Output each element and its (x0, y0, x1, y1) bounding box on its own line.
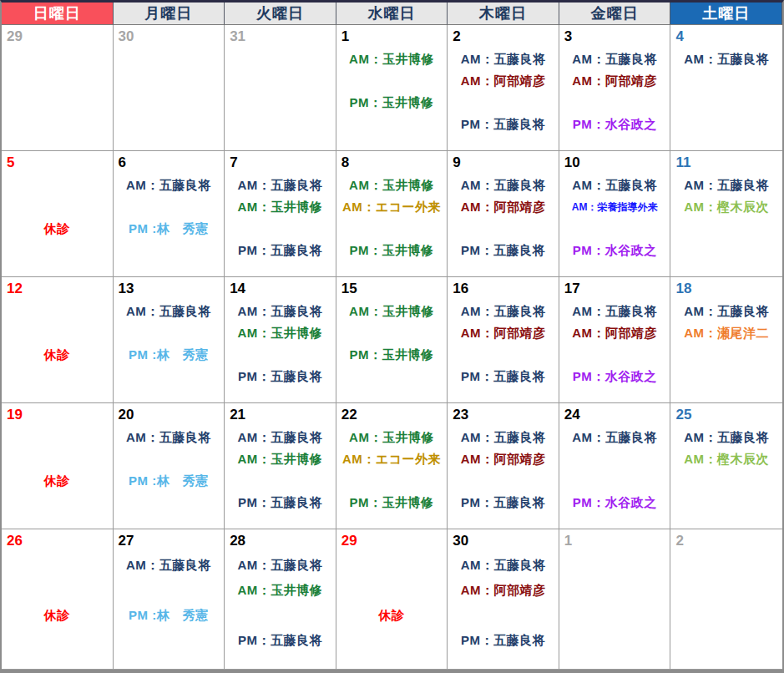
schedule-entry: AM：阿部靖彦 (448, 70, 559, 92)
weekday-header-tuesday: 火曜日 (225, 3, 336, 25)
closed-label: 休診 (2, 218, 113, 240)
day-cell: 27AM：五藤良将 PM :林 秀憲 (114, 529, 225, 670)
day-number: 18 (670, 277, 782, 298)
schedule-lines: AM：五藤良将AM：瀬尾洋二 (670, 301, 782, 344)
day-number: 12 (2, 277, 113, 298)
schedule-lines: AM：五藤良将 PM :林 秀憲 (114, 175, 225, 240)
day-cell: 2AM：五藤良将AM：阿部靖彦 PM：五藤良将 (448, 25, 559, 151)
empty-line (225, 344, 336, 366)
day-number: 15 (336, 277, 448, 298)
empty-line (2, 196, 113, 218)
schedule-entry: AM：五藤良将 (559, 427, 670, 448)
day-number: 29 (2, 25, 113, 46)
schedule-entry: AM：五藤良将 (114, 553, 225, 578)
schedule-lines: AM：五藤良将AM：栄養指導外来 PM：水谷政之 (559, 175, 670, 261)
schedule-entry: AM：五藤良将 (225, 427, 336, 448)
day-number: 23 (448, 403, 559, 424)
empty-line (336, 322, 448, 344)
day-cell: 26 休診 (2, 529, 114, 670)
empty-line (2, 578, 113, 603)
schedule-entry: AM：玉井博修 (336, 175, 448, 196)
day-cell: 10AM：五藤良将AM：栄養指導外来 PM：水谷政之 (559, 151, 671, 277)
day-cell: 13AM：五藤良将 PM :林 秀憲 (114, 277, 225, 403)
day-number: 28 (225, 529, 336, 550)
schedule-lines: AM：玉井博修 PM：玉井博修 (336, 301, 448, 366)
schedule-entry: PM :林 秀憲 (114, 603, 225, 628)
empty-line (336, 470, 448, 492)
day-cell: 9AM：五藤良将AM：阿部靖彦 PM：五藤良将 (448, 151, 559, 277)
schedule-entry: AM：玉井博修 (225, 196, 336, 218)
day-number: 16 (448, 277, 559, 298)
empty-line (2, 427, 113, 448)
day-cell: 21AM：五藤良将AM：玉井博修 PM：五藤良将 (225, 403, 336, 529)
schedule-entry: AM：五藤良将 (559, 301, 670, 322)
schedule-entry: PM：玉井博修 (336, 92, 448, 114)
empty-line (448, 218, 559, 240)
schedule-entry: AM：阿部靖彦 (448, 578, 559, 603)
schedule-entry: AM：五藤良将 (114, 427, 225, 448)
schedule-lines: AM：五藤良将AM：玉井博修 PM：五藤良将 (225, 175, 336, 261)
schedule-lines: AM：五藤良将 PM :林 秀憲 (114, 553, 225, 628)
day-cell: 16AM：五藤良将AM：阿部靖彦 PM：五藤良将 (448, 277, 559, 403)
empty-line (2, 553, 113, 578)
day-number: 25 (670, 403, 782, 424)
schedule-entry: PM：玉井博修 (336, 492, 448, 514)
schedule-entry: PM：水谷政之 (559, 492, 670, 514)
schedule-entry: PM：五藤良将 (225, 492, 336, 514)
schedule-entry: AM：エコー外来 (336, 448, 448, 470)
schedule-entry: AM：五藤良将 (225, 553, 336, 578)
schedule-entry: AM：玉井博修 (336, 301, 448, 322)
schedule-entry: AM：五藤良将 (559, 175, 670, 196)
day-cell: 3AM：五藤良将AM：阿部靖彦 PM：水谷政之 (559, 25, 671, 151)
schedule-entry: AM：五藤良将 (448, 175, 559, 196)
empty-line (336, 218, 448, 240)
day-cell: 5 休診 (2, 151, 114, 277)
empty-line (225, 603, 336, 628)
day-number: 9 (448, 151, 559, 172)
day-number: 2 (448, 25, 559, 46)
schedule-entry: PM :林 秀憲 (114, 470, 225, 492)
empty-line (448, 92, 559, 114)
schedule-lines: AM：五藤良将AM：阿部靖彦 PM：五藤良将 (448, 553, 559, 653)
schedule-entry: PM：五藤良将 (225, 240, 336, 261)
schedule-entry: PM：五藤良将 (448, 114, 559, 135)
schedule-entry: AM：樫木辰次 (670, 196, 782, 218)
schedule-entry: AM：栄養指導外来 (559, 196, 670, 218)
schedule-entry: AM：玉井博修 (225, 448, 336, 470)
empty-line (2, 322, 113, 344)
schedule-entry: AM：五藤良将 (670, 301, 782, 322)
day-cell: 22AM：玉井博修AM：エコー外来 PM：玉井博修 (336, 403, 448, 529)
schedule-entry: AM：樫木辰次 (670, 448, 782, 470)
weekday-header-sunday: 日曜日 (2, 3, 114, 25)
empty-line (559, 92, 670, 114)
schedule-lines: AM：五藤良将AM：阿部靖彦 PM：五藤良将 (448, 301, 559, 387)
schedule-entry: AM：玉井博修 (225, 578, 336, 603)
empty-line (336, 578, 448, 603)
day-number: 5 (2, 151, 113, 172)
day-cell: 8AM：玉井博修AM：エコー外来 PM：玉井博修 (336, 151, 448, 277)
day-number: 20 (114, 403, 225, 424)
schedule-entry: PM：五藤良将 (225, 366, 336, 387)
schedule-entry: AM：五藤良将 (114, 301, 225, 322)
day-cell: 30 (114, 25, 225, 151)
schedule-lines: AM：玉井博修 PM：玉井博修 (336, 48, 448, 114)
schedule-lines: 休診 (2, 553, 113, 628)
schedule-lines: AM：玉井博修AM：エコー外来 PM：玉井博修 (336, 175, 448, 261)
schedule-entry: AM：エコー外来 (336, 196, 448, 218)
closed-label: 休診 (2, 344, 113, 366)
schedule-entry: PM：玉井博修 (336, 344, 448, 366)
weekday-header-saturday: 土曜日 (670, 3, 782, 25)
weekday-header-thursday: 木曜日 (448, 3, 559, 25)
schedule-entry: PM：水谷政之 (559, 114, 670, 135)
schedule-entry: PM：五藤良将 (448, 492, 559, 514)
schedule-lines: AM：五藤良将AM：阿部靖彦 PM：五藤良将 (448, 48, 559, 135)
closed-label: 休診 (336, 603, 448, 628)
empty-line (336, 553, 448, 578)
closed-label: 休診 (2, 470, 113, 492)
schedule-entry: AM：阿部靖彦 (448, 448, 559, 470)
day-cell: 2 (670, 529, 782, 670)
schedule-lines: AM：五藤良将AM：阿部靖彦 PM：水谷政之 (559, 301, 670, 387)
day-cell: 23AM：五藤良将AM：阿部靖彦 PM：五藤良将 (448, 403, 559, 529)
day-cell: 31 (225, 25, 336, 151)
day-number: 1 (559, 529, 670, 550)
